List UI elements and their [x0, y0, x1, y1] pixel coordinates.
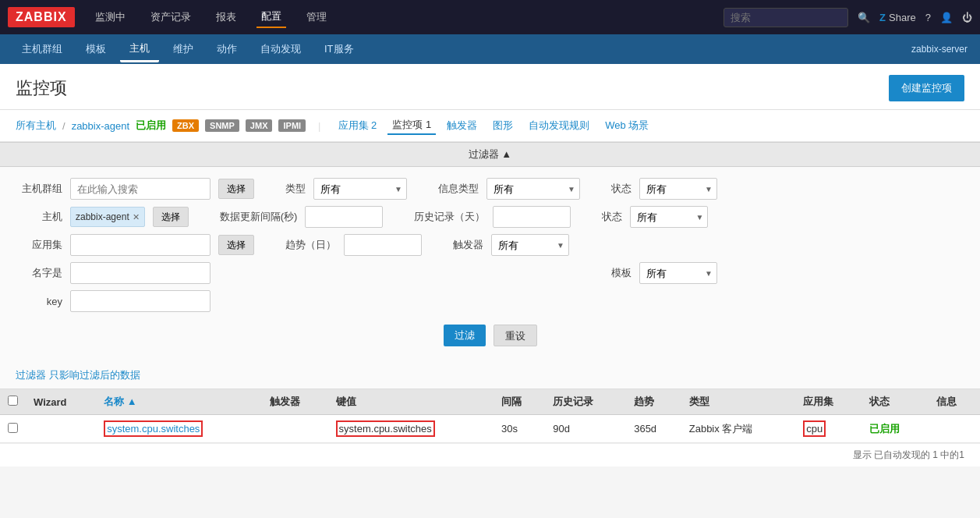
table-header-app: 应用集: [795, 389, 861, 415]
row-interval-cell: 30s: [494, 415, 545, 443]
table-header-row: Wizard 名称 ▲ 触发器 键值 间隔 历史记录 趋势 类型 应用集 状态 …: [0, 389, 980, 415]
table-section: Wizard 名称 ▲ 触发器 键值 间隔 历史记录 趋势 类型 应用集 状态 …: [0, 389, 980, 467]
tab-triggers[interactable]: 触发器: [442, 117, 482, 134]
filter-state-select[interactable]: 所有: [630, 206, 708, 228]
table-header-status: 状态: [861, 389, 928, 415]
filter-history-input[interactable]: [493, 206, 571, 228]
filter-template-select[interactable]: 所有: [639, 262, 717, 284]
filter-apply-button[interactable]: 过滤: [444, 325, 486, 346]
table-footer: 显示 已自动发现的 1 中的1: [0, 443, 980, 467]
table-header-wizard: Wizard: [26, 389, 96, 415]
top-nav-right: 🔍 Z Share ? 👤 ⏻: [724, 8, 972, 27]
filter-type-label: 类型: [285, 182, 306, 196]
breadcrumb-host[interactable]: zabbix-agent: [72, 120, 129, 132]
filter-reset-button[interactable]: 重设: [494, 325, 537, 346]
create-item-button[interactable]: 创建监控项: [889, 75, 964, 101]
row-info-cell: [929, 415, 980, 443]
badge-snmp[interactable]: SNMP: [205, 119, 239, 132]
filter-status-select-wrapper: 所有 ▼: [639, 178, 717, 200]
tab-items[interactable]: 监控项 1: [387, 116, 436, 135]
filter-template-select-wrapper: 所有 ▼: [639, 262, 717, 284]
subnav-it-services[interactable]: IT服务: [315, 37, 363, 61]
row-checkbox-cell: [0, 415, 26, 443]
filter-trigger-select-wrapper: 所有 ▼: [491, 234, 569, 256]
filter-update-interval-label: 数据更新间隔(秒): [220, 210, 298, 224]
subnav-actions[interactable]: 动作: [207, 37, 246, 61]
filter-update-interval-input[interactable]: [305, 206, 383, 228]
item-name-link[interactable]: system.cpu.switches: [107, 423, 200, 435]
filter-host-group-input[interactable]: [70, 178, 211, 200]
filter-info-type-select[interactable]: 所有: [486, 178, 580, 200]
row-key-cell: system.cpu.switches: [328, 415, 494, 443]
current-host-label: zabbix-server: [911, 44, 968, 55]
search-input[interactable]: [724, 8, 848, 27]
filter-type-select[interactable]: 所有: [313, 178, 407, 200]
badge-jmx[interactable]: JMX: [246, 119, 273, 132]
filter-key-input[interactable]: [70, 290, 211, 312]
filter-app-select-btn[interactable]: 选择: [218, 235, 254, 255]
filter-app-label: 应用集: [16, 238, 62, 252]
badge-zbx[interactable]: ZBX: [172, 119, 199, 132]
filter-trend-label: 趋势（日）: [285, 238, 336, 252]
row-app-cell: cpu: [795, 415, 861, 443]
nav-monitoring[interactable]: 监测中: [90, 7, 130, 27]
subnav-host-groups[interactable]: 主机群组: [12, 37, 72, 61]
row-wizard-cell: [26, 415, 96, 443]
tab-graphs[interactable]: 图形: [488, 117, 518, 134]
row-triggers-cell: [262, 415, 328, 443]
row-history-cell: 90d: [545, 415, 626, 443]
filter-name-input[interactable]: [70, 262, 211, 284]
filter-state-label: 状态: [602, 210, 622, 224]
row-checkbox[interactable]: [8, 423, 18, 433]
tab-discovery-rules[interactable]: 自动发现规则: [524, 117, 594, 134]
sub-navigation: 主机群组 模板 主机 维护 动作 自动发现 IT服务 zabbix-server: [0, 34, 980, 64]
nav-admin[interactable]: 管理: [302, 7, 331, 27]
filter-section: 过滤器 ▲ 主机群组 选择 类型 所有 ▼ 信息类型: [0, 142, 980, 389]
filter-status-select[interactable]: 所有: [639, 178, 717, 200]
search-icon[interactable]: 🔍: [858, 12, 870, 23]
top-navigation: ZABBIX 监测中 资产记录 报表 配置 管理 🔍 Z Share ? 👤 ⏻: [0, 0, 980, 34]
filter-template-label: 模板: [611, 266, 632, 280]
filter-app-input[interactable]: [70, 234, 211, 256]
row-type-cell: Zabbix 客户端: [681, 415, 796, 443]
filter-host-tag: zabbix-agent: [76, 211, 129, 222]
filter-host-select-btn[interactable]: 选择: [153, 207, 189, 227]
table-header-history: 历史记录: [545, 389, 626, 415]
filter-host-group-label: 主机群组: [16, 182, 62, 196]
breadcrumb-enabled[interactable]: 已启用: [136, 119, 166, 133]
filter-body: 主机群组 选择 类型 所有 ▼ 信息类型 所有 ▼: [0, 167, 980, 364]
table-row: system.cpu.switches system.cpu.switches …: [0, 415, 980, 443]
nav-config[interactable]: 配置: [256, 6, 286, 28]
subnav-autodiscovery[interactable]: 自动发现: [251, 37, 310, 61]
table-header-triggers: 触发器: [262, 389, 328, 415]
item-status-badge: 已启用: [869, 423, 900, 435]
subnav-maintenance[interactable]: 维护: [164, 37, 203, 61]
logout-icon[interactable]: ⏻: [962, 12, 972, 23]
page-content: 监控项 创建监控项 所有主机 / zabbix-agent 已启用 ZBX SN…: [0, 64, 980, 518]
help-icon[interactable]: ?: [925, 12, 931, 23]
breadcrumb-all-hosts[interactable]: 所有主机: [16, 119, 56, 133]
table-header-info: 信息: [929, 389, 980, 415]
filter-note: 过滤器 只影响过滤后的数据: [0, 364, 980, 388]
filter-host-group-select-btn[interactable]: 选择: [218, 179, 254, 199]
badge-ipmi[interactable]: IPMI: [278, 119, 306, 132]
filter-name-label: 名字是: [16, 266, 62, 280]
filter-host-tag-remove[interactable]: ✕: [133, 212, 140, 222]
nav-assets[interactable]: 资产记录: [146, 7, 196, 27]
table-header-name[interactable]: 名称 ▲: [96, 389, 261, 415]
tab-applications[interactable]: 应用集 2: [334, 117, 382, 134]
page-header: 监控项 创建监控项: [0, 64, 980, 110]
subnav-templates[interactable]: 模板: [76, 37, 115, 61]
filter-info-type-label: 信息类型: [438, 182, 479, 196]
nav-reports[interactable]: 报表: [211, 7, 241, 27]
filter-trigger-select[interactable]: 所有: [491, 234, 569, 256]
select-all-checkbox[interactable]: [8, 396, 18, 406]
subnav-hosts[interactable]: 主机: [120, 37, 159, 62]
tab-web-scenarios[interactable]: Web 场景: [600, 117, 653, 134]
share-btn[interactable]: Z Share: [879, 12, 916, 23]
filter-toggle[interactable]: 过滤器 ▲: [0, 142, 980, 167]
filter-trend-input[interactable]: [344, 234, 422, 256]
table-header-key: 键值: [328, 389, 494, 415]
user-icon[interactable]: 👤: [940, 12, 953, 23]
row-trend-cell: 365d: [626, 415, 681, 443]
